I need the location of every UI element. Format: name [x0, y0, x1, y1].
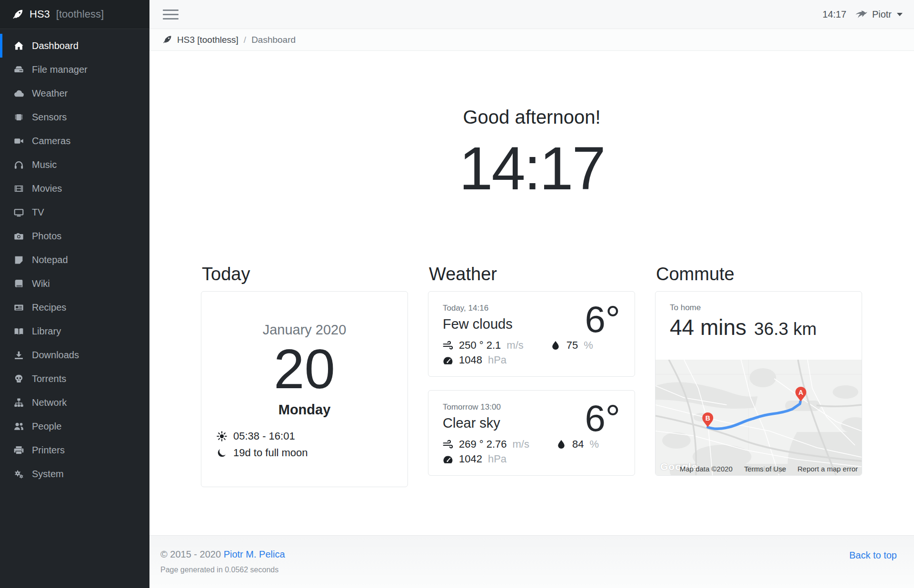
sidebar-item-file-manager[interactable]: File manager: [0, 58, 149, 81]
svg-text:A: A: [798, 388, 803, 396]
footer: © 2015 - 2020 Piotr M. Pelica Page gener…: [149, 535, 914, 588]
headphones-icon: [13, 160, 25, 170]
pressure-value: 1048: [459, 354, 482, 366]
book-open-icon: [13, 326, 25, 336]
user-name: Piotr: [872, 9, 892, 20]
pressure-row: 1042 hPa: [443, 452, 620, 467]
sidebar-item-wiki[interactable]: Wiki: [0, 272, 149, 295]
sidebar-item-photos[interactable]: Photos: [0, 224, 149, 248]
astro-info: 05:38 - 16:01 19d to full moon: [217, 430, 308, 459]
sidebar-item-movies[interactable]: Movies: [0, 176, 149, 200]
sidebar-item-label: TV: [32, 207, 44, 218]
sidebar-item-label: Photos: [32, 231, 61, 242]
moon-phase-row: 19d to full moon: [217, 447, 308, 459]
greeting-text: Good afternoon!: [149, 51, 914, 128]
main-area: 14:17 Piotr HS3 [toothless] / Dashboard …: [149, 0, 914, 588]
report-map-error-link[interactable]: Report a map error: [797, 465, 858, 473]
humidity-unit: %: [584, 339, 593, 352]
humidity-icon: [556, 439, 566, 450]
today-card: January 2020 20 Monday 05:38 - 16:01: [201, 291, 408, 487]
svg-text:B: B: [705, 414, 710, 421]
commute-card: To home 44 mins 36.3 km: [655, 291, 862, 476]
sidebar-item-weather[interactable]: Weather: [0, 81, 149, 105]
wind-icon: [443, 439, 453, 450]
pressure-gauge-icon: [443, 355, 453, 365]
cloud-icon: [13, 88, 25, 98]
back-to-top-link[interactable]: Back to top: [849, 550, 897, 561]
cogs-icon: [13, 469, 25, 479]
weather-card-today: Today, 14:16 Few clouds 250 ° 2.1 m/s: [428, 291, 635, 377]
sun-times-row: 05:38 - 16:01: [217, 430, 308, 442]
copyright-text: © 2015 - 2020: [160, 549, 221, 559]
sidebar-item-library[interactable]: Library: [0, 319, 149, 343]
humidity-value: 84: [572, 438, 584, 451]
sticky-note-icon: [13, 255, 25, 265]
pressure-gauge-icon: [443, 454, 453, 464]
breadcrumb: HS3 [toothless] / Dashboard: [149, 29, 914, 51]
humidity-icon: [550, 340, 561, 351]
map-canvas: A B: [656, 360, 862, 475]
sidebar-item-label: Cameras: [32, 136, 70, 147]
print-icon: [13, 445, 25, 455]
topbar: 14:17 Piotr: [149, 0, 914, 29]
destination-label: To home: [656, 303, 862, 313]
sidebar-item-system[interactable]: System: [0, 462, 149, 486]
sidebar-item-label: People: [32, 421, 61, 432]
commute-distance: 36.3 km: [754, 319, 817, 339]
clock-small: 14:17: [823, 9, 846, 20]
sidebar-item-printers[interactable]: Printers: [0, 438, 149, 462]
sidebar-item-downloads[interactable]: Downloads: [0, 343, 149, 367]
map-attribution: Map data ©2020 Terms of Use Report a map…: [680, 465, 858, 473]
sidebar-item-cameras[interactable]: Cameras: [0, 129, 149, 153]
weather-card-tomorrow: Tomorrow 13:00 Clear sky 269 ° 2.76 m/s: [428, 390, 635, 476]
moon-icon: [217, 448, 227, 458]
wind-value: 250 ° 2.1: [459, 339, 501, 352]
wind-value: 269 ° 2.76: [459, 438, 507, 451]
day-number: 20: [201, 340, 407, 399]
terms-of-use-link[interactable]: Terms of Use: [744, 465, 786, 473]
month-year: January 2020: [201, 322, 407, 338]
wind-icon: [443, 340, 453, 351]
sidebar-item-label: Downloads: [32, 350, 79, 361]
author-link[interactable]: Piotr M. Pelica: [224, 549, 285, 559]
commute-summary: 44 mins 36.3 km: [656, 314, 862, 340]
sidebar-nav: DashboardFile managerWeatherSensorsCamer…: [0, 29, 149, 486]
pressure-unit: hPa: [488, 453, 507, 465]
temperature: 6°: [585, 398, 620, 439]
sidebar-item-label: Music: [32, 159, 57, 170]
sidebar-item-label: Printers: [32, 445, 65, 456]
sidebar-item-tv[interactable]: TV: [0, 200, 149, 224]
user-dropdown[interactable]: Piotr: [855, 9, 903, 20]
camera-icon: [13, 231, 25, 241]
commute-map[interactable]: A B Cambridge Google Map data ©2020 Term…: [656, 360, 862, 475]
today-section: Today January 2020 20 Monday: [201, 264, 408, 487]
sidebar-item-network[interactable]: Network: [0, 391, 149, 414]
commute-duration: 44 mins: [670, 314, 746, 340]
pressure-row: 1048 hPa: [443, 353, 620, 368]
dragon-icon: [855, 9, 868, 20]
sidebar-header[interactable]: HS3 [toothless]: [0, 0, 149, 29]
sidebar-item-recipes[interactable]: Recipes: [0, 295, 149, 319]
wind-humidity-row: 250 ° 2.1 m/s 75 %: [443, 338, 620, 353]
sidebar-item-label: Library: [32, 326, 61, 337]
sidebar-item-notepad[interactable]: Notepad: [0, 248, 149, 272]
sidebar-item-sensors[interactable]: Sensors: [0, 105, 149, 129]
weather-details: 250 ° 2.1 m/s 75 %: [443, 338, 620, 368]
sidebar-item-label: Dashboard: [32, 40, 79, 51]
wind-unit: m/s: [513, 438, 529, 451]
hdd-icon: [13, 65, 25, 75]
newspaper-icon: [13, 303, 25, 313]
breadcrumb-current: Dashboard: [251, 35, 296, 45]
sidebar-item-label: Weather: [32, 88, 68, 99]
menu-toggle-button[interactable]: [163, 10, 179, 20]
sidebar-item-label: Torrents: [32, 373, 66, 384]
sidebar: HS3 [toothless] DashboardFile managerWea…: [0, 0, 149, 588]
breadcrumb-root-link[interactable]: HS3 [toothless]: [177, 35, 238, 45]
sidebar-item-dashboard[interactable]: Dashboard: [0, 34, 149, 58]
sidebar-item-torrents[interactable]: Torrents: [0, 367, 149, 391]
sidebar-item-people[interactable]: People: [0, 414, 149, 438]
sidebar-item-music[interactable]: Music: [0, 153, 149, 176]
video-icon: [13, 136, 25, 146]
temperature: 6°: [585, 299, 620, 340]
sidebar-item-label: Sensors: [32, 112, 67, 123]
